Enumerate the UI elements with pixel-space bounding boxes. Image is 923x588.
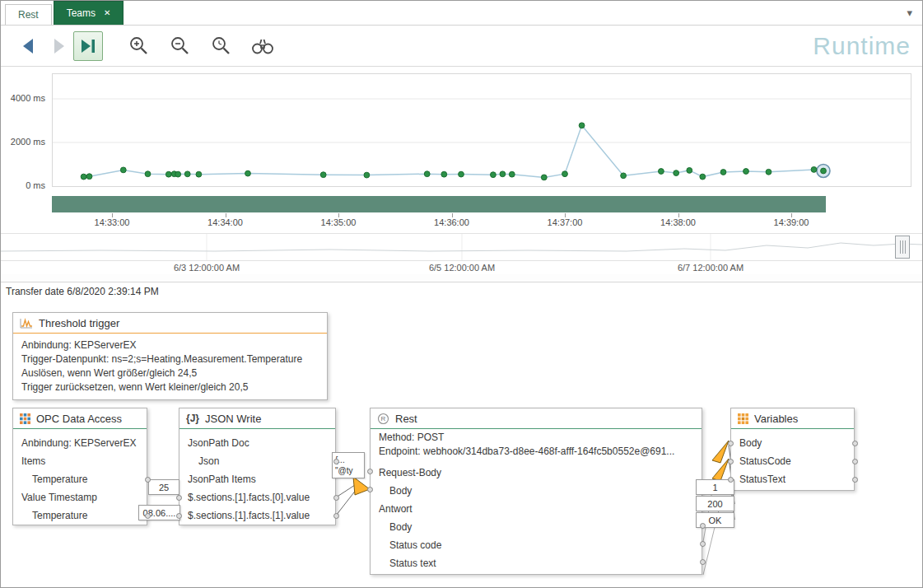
runtime-toolbar: Runtime [1,26,922,67]
timeline-scroll-handle[interactable] [895,236,910,259]
skip-to-end-icon [77,35,99,57]
data-point[interactable] [687,168,692,174]
value-chip-timestamp: 08.06.... [138,505,180,520]
json-write-icon: {J} [186,413,199,424]
data-point[interactable] [700,174,706,180]
x-tick-label: 14:33:00 [95,217,130,227]
data-point[interactable] [120,167,126,173]
data-point[interactable] [766,169,771,175]
pane-splitter[interactable]: ····· [1,274,922,282]
node-row: Antwort [379,500,702,518]
node-row: Body [739,434,854,452]
node-row: $.sections.[1].facts.[0].value [188,488,335,506]
data-point[interactable] [674,170,679,176]
data-point[interactable] [86,174,92,180]
node-title-label: Threshold trigger [39,317,119,329]
node-row: Request-Body [379,464,702,482]
binoculars-icon [250,36,275,56]
data-point[interactable] [424,171,430,177]
node-title-label: Rest [395,413,417,425]
connection-port [333,513,339,519]
data-point[interactable] [81,174,86,180]
tab-overflow-chevron-icon[interactable]: ▾ [907,7,912,19]
grip-line [902,240,903,254]
data-point[interactable] [196,171,202,177]
node-row: Body [379,482,702,500]
zoom-out-button[interactable] [165,31,195,61]
data-point[interactable] [541,175,547,180]
data-point[interactable] [364,172,370,178]
data-point[interactable] [320,172,326,178]
node-row: JsonPath Items [188,470,335,488]
overview-sparkline [1,234,922,260]
data-point[interactable] [821,168,827,174]
data-point[interactable] [245,170,251,176]
data-point[interactable] [184,171,190,177]
opc-data-access-node[interactable]: OPC Data Access Anbindung: KEPServerEX I… [12,408,147,525]
timeline-tick-label: 6/5 12:00:00 AM [429,263,495,273]
zoom-in-button[interactable] [124,31,154,61]
threshold-trigger-icon [20,318,33,329]
threshold-trigger-node[interactable]: Threshold trigger Anbindung: KEPServerEX… [12,312,328,400]
y-tick-label: 4000 ms [1,93,45,103]
json-write-node[interactable]: {J} JSON Write JsonPath Doc Json JsonPat… [179,408,336,525]
close-tab-icon[interactable]: ✕ [104,9,110,17]
x-tick-label: 14:37:00 [548,217,583,227]
node-row: StatusCode [739,452,854,470]
rest-node[interactable]: R Rest Method: POST Endpoint: webhook/31… [370,408,702,575]
grip-line [905,240,906,254]
data-point[interactable] [659,169,664,175]
variables-node[interactable]: Variables Body StatusCode StatusText [730,408,855,491]
data-point[interactable] [720,170,726,175]
data-point[interactable] [621,173,627,179]
connection-port [367,487,373,492]
data-point[interactable] [744,169,749,175]
skip-to-latest-button[interactable] [73,31,103,61]
node-row: Auslösen, wenn Wert größer/gleich 24,5 [21,366,327,380]
data-point[interactable] [500,171,506,177]
tab-rest[interactable]: Rest [5,4,52,25]
data-point[interactable] [491,172,496,178]
overview-timeline[interactable] [1,233,922,261]
node-row: Body [379,518,702,536]
chart-range-bar[interactable] [52,196,826,212]
transfer-duration-chart[interactable]: 14:33:0014:34:0014:35:0014:36:0014:37:00… [1,67,922,233]
tab-teams[interactable]: Teams ✕ [54,1,124,25]
data-point[interactable] [562,171,568,177]
node-header: Variables [731,408,854,429]
data-point[interactable] [175,171,181,177]
connection-port [852,459,858,464]
node-row: Items [21,452,147,470]
data-point[interactable] [145,171,151,177]
node-row: Endpoint: webhook/314dba73-d8ee-468f-aff… [379,445,702,459]
nav-forward-button[interactable] [44,31,73,61]
overview-timeline-labels: 6/3 12:00:00 AM 6/5 12:00:00 AM 6/7 12:0… [1,261,922,274]
transfer-date-label: Transfer date 6/8/2020 2:39:14 PM [6,286,159,297]
data-point[interactable] [811,167,817,173]
connection-port [852,477,858,483]
grip-line [900,240,901,254]
data-point[interactable] [165,171,171,177]
node-header: R Rest [371,408,702,429]
data-point[interactable] [441,171,447,177]
y-tick-label: 2000 ms [1,137,45,147]
nav-back-button[interactable] [14,31,44,61]
transfer-flow-canvas[interactable]: Threshold trigger Anbindung: KEPServerEX… [1,301,922,587]
data-point[interactable] [579,123,585,128]
chart-plot[interactable] [52,73,911,189]
data-point[interactable] [459,171,464,177]
tab-label: Rest [18,9,39,21]
zoom-history-button[interactable] [207,31,236,61]
connection-port [700,523,706,529]
node-title-label: JSON Write [205,413,261,425]
connection-port [176,495,182,501]
timeline-tick-label: 6/7 12:00:00 AM [678,263,744,273]
connection-port [728,477,734,483]
data-point[interactable] [509,171,515,177]
node-title-label: Variables [754,413,798,425]
connection-port [333,459,339,464]
forward-arrow-icon [48,35,69,57]
flow-arrow-icon [712,441,729,463]
search-transfers-button[interactable] [248,31,277,61]
flow-arrow-icon [353,477,370,495]
